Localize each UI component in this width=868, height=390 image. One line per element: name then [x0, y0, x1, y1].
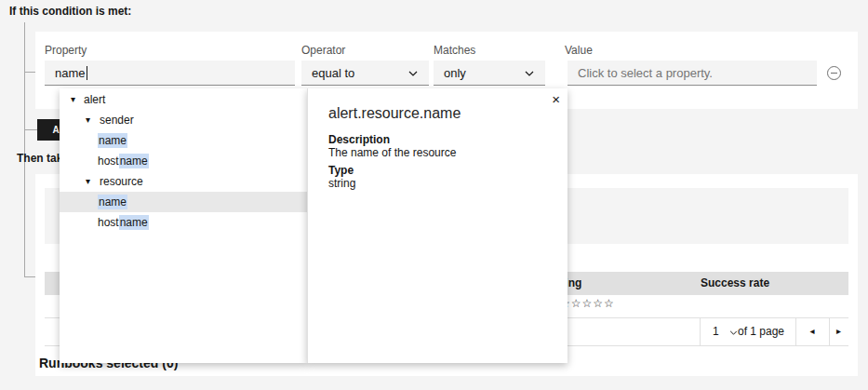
property-input[interactable]: name	[45, 61, 295, 86]
remove-condition-icon[interactable]	[827, 66, 841, 80]
tree-item-sender-name[interactable]: name	[60, 130, 307, 151]
search-match-highlight: name	[98, 195, 127, 209]
tree-item-sender[interactable]: ▾ sender	[60, 110, 307, 130]
type-value: string	[328, 177, 355, 190]
caret-down-icon[interactable]: ▾	[86, 171, 90, 192]
property-input-value: name	[45, 66, 86, 80]
operator-label: Operator	[301, 44, 345, 57]
tree-connector-vertical	[24, 22, 25, 277]
value-input[interactable]	[568, 61, 817, 86]
text-cursor	[87, 66, 87, 80]
property-label: Property	[45, 44, 87, 57]
matches-select-value: only	[434, 66, 466, 80]
close-icon[interactable]: ×	[552, 92, 560, 107]
tree-item-alert[interactable]: ▾ alert	[60, 89, 307, 110]
tree-connector-branch-condition	[24, 72, 35, 73]
operator-select-value: equal to	[301, 66, 354, 80]
tree-item-resource-hostname[interactable]: hostname	[60, 212, 307, 233]
tree-connector-branch-operator	[24, 129, 37, 130]
minus-glyph	[831, 73, 837, 74]
tree-item-label: alert	[84, 89, 105, 110]
tree-item-resource[interactable]: ▾ resource	[60, 171, 307, 192]
property-details-panel: × alert.resource.name Description The na…	[307, 88, 568, 363]
page-range-text: of 1 page	[738, 317, 784, 345]
trigger-editor-page: If this condition is met: Property name …	[0, 0, 868, 390]
tree-item-label: sender	[100, 110, 134, 130]
tree-item-label: name	[98, 192, 127, 212]
previous-page-button[interactable]: ◂	[795, 317, 829, 345]
condition-section-heading: If this condition is met:	[9, 5, 131, 18]
type-label: Type	[328, 164, 354, 177]
chevron-down-icon	[525, 71, 534, 76]
caret-left-icon: ◂	[809, 326, 814, 336]
description-value: The name of the resource	[328, 146, 456, 159]
column-header-success-rate[interactable]: Success rate	[701, 272, 769, 295]
value-label: Value	[565, 44, 593, 57]
operator-select[interactable]: equal to	[301, 61, 429, 86]
tree-item-label: hostname	[98, 151, 149, 171]
tree-item-sender-hostname[interactable]: hostname	[60, 151, 307, 171]
property-details-title: alert.resource.name	[328, 105, 461, 122]
tree-item-label: hostname	[98, 212, 149, 233]
search-match-highlight: name	[98, 133, 127, 148]
next-page-button[interactable]: ▸	[829, 317, 848, 345]
tree-item-resource-name-selected[interactable]: name	[60, 192, 307, 212]
tree-item-label: name	[98, 130, 127, 151]
matches-label: Matches	[434, 44, 475, 57]
tree-item-label: resource	[100, 171, 143, 192]
caret-right-icon: ▸	[836, 326, 841, 336]
matches-select[interactable]: only	[434, 61, 545, 86]
chevron-down-icon	[729, 330, 738, 335]
caret-down-icon[interactable]: ▾	[71, 89, 75, 110]
page-select-value: 1	[713, 325, 719, 338]
tree-connector-branch-actions	[24, 276, 35, 277]
page-select[interactable]: 1	[713, 317, 738, 345]
property-tree-dropdown: ▾ alert ▾ sender name hostname ▾ resourc…	[60, 88, 307, 363]
search-match-highlight: name	[119, 154, 149, 168]
rating-stars: ☆☆☆☆☆	[560, 297, 615, 310]
caret-down-icon[interactable]: ▾	[86, 110, 90, 130]
description-label: Description	[328, 133, 390, 146]
chevron-down-icon	[408, 71, 418, 76]
pagination-divider	[700, 317, 701, 345]
search-match-highlight: name	[119, 215, 149, 230]
